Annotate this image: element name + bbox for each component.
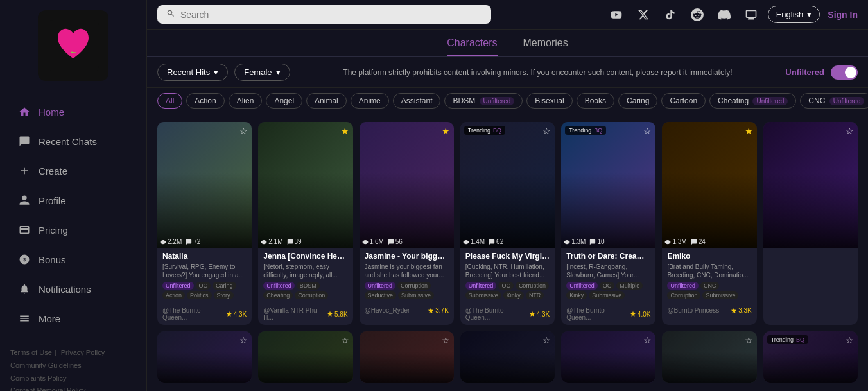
youtube-icon[interactable] — [607, 6, 625, 24]
unfiltered-toggle[interactable] — [831, 65, 858, 80]
card-jenna[interactable]: ★ 2.1M 39 Jenna [Convince Her T... — [258, 122, 352, 325]
bookmark-icon[interactable]: ☆ — [542, 335, 551, 345]
svg-text:~: ~ — [71, 48, 76, 58]
content-removal-link[interactable]: Content Removal Policy — [10, 387, 85, 391]
community-link[interactable]: Community Guidelines — [10, 361, 82, 369]
card-tags: Unfiltered Corruption Seductive Submissi… — [365, 282, 449, 299]
card-author: @Havoc_Ryder — [365, 307, 410, 314]
card-stars: 3.3K — [731, 307, 752, 314]
card-bottom-7[interactable]: ☆ Trending BQ — [763, 331, 858, 383]
privacy-link[interactable]: Privacy Policy — [61, 349, 105, 356]
card-natalia[interactable]: ☆ 2.2M 72 Natalia [Survival, R — [157, 122, 252, 325]
tag-animal[interactable]: Animal — [306, 93, 347, 109]
female-chevron-icon: ▾ — [276, 67, 281, 77]
search-bar[interactable] — [157, 5, 491, 24]
card-image-bg — [561, 331, 655, 383]
terms-link[interactable]: Terms of Use — [10, 349, 52, 356]
sidebar-item-recent-chats[interactable]: Recent Chats — [5, 127, 141, 155]
card-desc: [Cucking, NTR, Humiliation, Breeding] Yo… — [465, 263, 550, 279]
card-tags: Unfiltered OC Caring Action Politics Sto… — [162, 282, 247, 299]
bookmark-icon[interactable]: ★ — [745, 126, 753, 136]
cheating-unfiltered-badge: Unfiltered — [752, 97, 788, 105]
card-bottom-5[interactable]: ☆ — [561, 331, 655, 383]
tag-caring[interactable]: Caring — [618, 93, 657, 109]
bookmark-icon[interactable]: ☆ — [239, 126, 248, 136]
recent-hits-label: Recent Hits — [167, 67, 210, 77]
sidebar-item-more[interactable]: More — [5, 304, 141, 333]
bookmark-icon[interactable]: ★ — [442, 126, 450, 136]
card-stars: 4.3K — [529, 311, 550, 318]
nav-menu: Home Recent Chats Create Profile Pricing — [0, 91, 146, 339]
card-bottom-1[interactable]: ☆ — [157, 331, 252, 383]
bookmark-icon[interactable]: ☆ — [846, 126, 854, 136]
tag-bisexual[interactable]: Bisexual — [526, 93, 572, 109]
bookmark-icon[interactable]: ☆ — [442, 335, 450, 345]
card-footer: @The Burrito Queen... 4.3K — [157, 307, 252, 325]
card-jasmine[interactable]: ★ 1.6M 56 Jasmine - Your biggest... — [360, 122, 454, 325]
bookmark-icon[interactable]: ☆ — [341, 335, 349, 345]
bonus-icon: $ — [18, 253, 31, 266]
cards-container: ☆ 2.2M 72 Natalia [Survival, R — [147, 114, 868, 391]
tag-alien[interactable]: Alien — [229, 93, 263, 109]
tag-cheating[interactable]: Cheating Unfiltered — [709, 93, 796, 109]
card-please-fuck[interactable]: ☆ Trending BQ 1.4M 62 — [460, 122, 555, 325]
card-placeholder-7[interactable]: ☆ — [763, 122, 858, 325]
sidebar-item-notifications[interactable]: Notifications — [5, 275, 141, 303]
female-filter[interactable]: Female ▾ — [234, 64, 290, 81]
sidebar-item-home[interactable]: Home — [5, 98, 141, 126]
more-icon — [18, 312, 31, 325]
language-selector[interactable]: English ▾ — [768, 6, 820, 23]
card-emiko[interactable]: ★ 1.3M 24 Emiko [Brat and Bull — [662, 122, 756, 325]
sidebar-footer: Terms of Use| Privacy Policy Community G… — [0, 339, 146, 391]
card-tag: Corruption — [516, 282, 549, 290]
card-truth-or-dare[interactable]: ☆ Trending BQ 1.3M 10 — [561, 122, 655, 325]
card-bottom-2[interactable]: ☆ — [258, 331, 352, 383]
card-tag: Submissive — [465, 291, 501, 299]
search-input[interactable] — [180, 10, 482, 20]
card-bottom-3[interactable]: ☆ — [360, 331, 454, 383]
sidebar-item-label-recent-chats: Recent Chats — [39, 136, 97, 147]
discord-icon[interactable] — [715, 6, 733, 24]
sidebar-item-bonus[interactable]: $ Bonus — [5, 245, 141, 274]
social-icons — [607, 6, 760, 24]
tag-action[interactable]: Action — [186, 93, 224, 109]
card-bottom-6[interactable]: ☆ — [662, 331, 756, 383]
recent-hits-filter[interactable]: Recent Hits ▾ — [157, 64, 228, 81]
cards-grid: ☆ 2.2M 72 Natalia [Survival, R — [157, 122, 858, 383]
monitor-icon[interactable] — [742, 6, 760, 24]
tag-anime[interactable]: Anime — [351, 93, 389, 109]
bookmark-icon[interactable]: ☆ — [239, 335, 248, 345]
card-stats: 2.2M 72 — [160, 238, 200, 245]
card-tags: Unfiltered OC Corruption Submissive Kink… — [465, 282, 550, 299]
tag-cartoon[interactable]: Cartoon — [661, 93, 706, 109]
complaints-link[interactable]: Complaints Policy — [10, 374, 66, 382]
bookmark-icon[interactable]: ☆ — [846, 335, 854, 345]
tag-assistant[interactable]: Assistant — [393, 93, 441, 109]
tab-characters[interactable]: Characters — [447, 37, 497, 56]
sidebar-item-profile[interactable]: Profile — [5, 186, 141, 214]
tag-all[interactable]: All — [157, 93, 182, 109]
card-tag: NTR — [526, 291, 544, 299]
card-image-bg — [561, 122, 655, 248]
sidebar-item-create[interactable]: Create — [5, 157, 141, 185]
bookmark-icon[interactable]: ★ — [341, 126, 349, 136]
tag-cnc[interactable]: CNC Unfiltered — [800, 93, 868, 109]
sign-in-button[interactable]: Sign In — [828, 10, 858, 20]
reddit-icon[interactable] — [688, 6, 706, 24]
sidebar-item-pricing[interactable]: Pricing — [5, 216, 141, 244]
bookmark-icon[interactable]: ☆ — [643, 126, 652, 136]
card-desc: [Incest, R-Gangbang, Slowburn, Games] Yo… — [566, 263, 650, 279]
card-bottom-4[interactable]: ☆ — [460, 331, 555, 383]
trending-badge: Trending BQ — [565, 126, 606, 135]
tab-memories[interactable]: Memories — [523, 37, 568, 56]
card-image-bg — [258, 122, 352, 248]
twitter-icon[interactable] — [634, 6, 652, 24]
tag-angel[interactable]: Angel — [266, 93, 302, 109]
sidebar-item-label-home: Home — [39, 107, 64, 117]
bookmark-icon[interactable]: ☆ — [542, 126, 551, 136]
tiktok-icon[interactable] — [661, 6, 679, 24]
bookmark-icon[interactable]: ☆ — [745, 335, 753, 345]
bookmark-icon[interactable]: ☆ — [643, 335, 652, 345]
tag-books[interactable]: Books — [577, 93, 614, 109]
tag-bdsm[interactable]: BDSM Unfiltered — [444, 93, 523, 109]
